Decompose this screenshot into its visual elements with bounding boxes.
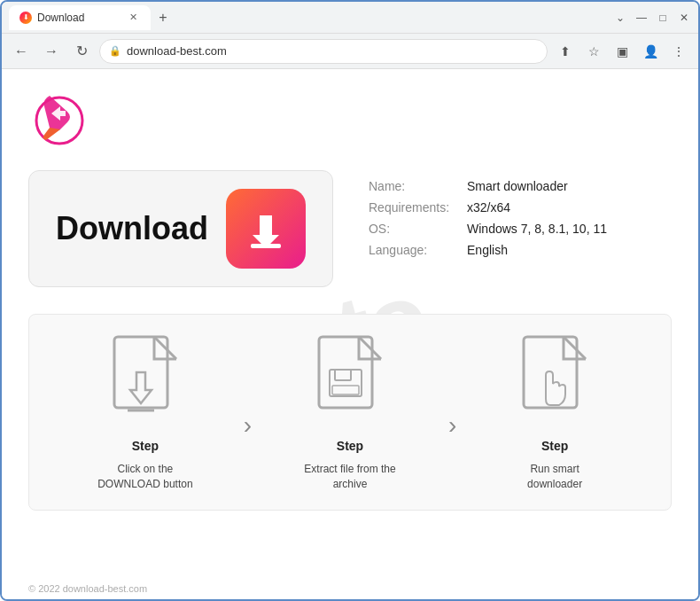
step-3-icon bbox=[515, 332, 595, 430]
logo-icon bbox=[28, 87, 90, 149]
tab-area: ⬇ Download ✕ + bbox=[9, 5, 606, 30]
steps-section: Step Click on theDOWNLOAD button › bbox=[28, 314, 672, 511]
download-label: Download bbox=[56, 210, 208, 247]
toolbar-icons: ⬆ ☆ ▣ 👤 ⋮ bbox=[553, 39, 691, 64]
step-1-label: Step bbox=[132, 439, 159, 453]
svg-rect-7 bbox=[332, 386, 359, 394]
requirements-label: Requirements: bbox=[369, 200, 449, 215]
download-arrow-icon bbox=[244, 207, 288, 251]
tab-title: Download bbox=[37, 12, 84, 24]
step-2-desc: Extract file from thearchive bbox=[304, 462, 395, 492]
page-inner: Download Name: Smart downloader Requirem… bbox=[2, 69, 698, 599]
step-2-label: Step bbox=[337, 439, 363, 453]
download-icon-box bbox=[226, 189, 306, 269]
download-section: Download Name: Smart downloader Requirem… bbox=[28, 170, 672, 287]
window-close-button[interactable]: ✕ bbox=[677, 11, 691, 25]
name-value: Smart downloader bbox=[467, 179, 607, 193]
maximize-button[interactable]: □ bbox=[656, 11, 670, 25]
svg-rect-1 bbox=[251, 244, 281, 248]
logo-area bbox=[28, 87, 672, 152]
step-1: Step Click on theDOWNLOAD button bbox=[47, 332, 244, 492]
new-tab-button[interactable]: + bbox=[151, 5, 175, 30]
name-label: Name: bbox=[369, 179, 449, 193]
back-button[interactable]: ← bbox=[9, 39, 34, 64]
minimize-button[interactable]: — bbox=[634, 11, 649, 25]
refresh-button[interactable]: ↻ bbox=[69, 39, 94, 64]
browser-window: ⬇ Download ✕ + ⌄ — □ ✕ ← → ↻ 🔒 download-… bbox=[0, 0, 700, 601]
requirements-value: x32/x64 bbox=[467, 200, 607, 215]
window-controls: ⌄ — □ ✕ bbox=[613, 11, 691, 25]
info-table: Name: Smart downloader Requirements: x32… bbox=[369, 170, 607, 257]
forward-button[interactable]: → bbox=[39, 39, 64, 64]
os-label: OS: bbox=[369, 222, 449, 236]
profile-icon[interactable]: 👤 bbox=[638, 39, 663, 64]
url-text: download-best.com bbox=[127, 44, 227, 58]
tab-close-button[interactable]: ✕ bbox=[126, 11, 140, 25]
address-bar: ← → ↻ 🔒 download-best.com ⬆ ☆ ▣ 👤 ⋮ bbox=[2, 34, 698, 69]
step-2-icon bbox=[310, 332, 390, 430]
bookmark-icon[interactable]: ☆ bbox=[581, 39, 606, 64]
page-content: ptc Download bbox=[2, 69, 698, 599]
step-3-desc: Run smartdownloader bbox=[527, 462, 582, 492]
copyright-text: © 2022 download-best.com bbox=[28, 583, 147, 594]
step-3-label: Step bbox=[541, 439, 568, 453]
os-value: Windows 7, 8, 8.1, 10, 11 bbox=[467, 222, 607, 236]
share-icon[interactable]: ⬆ bbox=[553, 39, 578, 64]
url-bar[interactable]: 🔒 download-best.com bbox=[99, 39, 548, 64]
page-footer: © 2022 download-best.com bbox=[28, 583, 147, 594]
svg-rect-6 bbox=[335, 370, 351, 380]
download-banner[interactable]: Download bbox=[28, 170, 333, 287]
language-label: Language: bbox=[369, 243, 449, 257]
step-3: Step Run smartdownloader bbox=[456, 332, 653, 492]
active-tab[interactable]: ⬇ Download ✕ bbox=[9, 5, 151, 30]
language-value: English bbox=[467, 243, 607, 257]
step-1-desc: Click on theDOWNLOAD button bbox=[97, 462, 192, 492]
lock-icon: 🔒 bbox=[109, 45, 121, 57]
step-arrow-1: › bbox=[244, 411, 252, 440]
tab-favicon: ⬇ bbox=[19, 12, 32, 24]
menu-icon[interactable]: ⋮ bbox=[666, 39, 691, 64]
split-view-icon[interactable]: ▣ bbox=[610, 39, 634, 64]
step-arrow-2: › bbox=[448, 411, 456, 440]
chevron-down-icon[interactable]: ⌄ bbox=[613, 11, 627, 25]
step-1-icon bbox=[105, 332, 185, 430]
title-bar: ⬇ Download ✕ + ⌄ — □ ✕ bbox=[2, 2, 698, 34]
step-2: Step Extract file from thearchive bbox=[252, 332, 448, 492]
